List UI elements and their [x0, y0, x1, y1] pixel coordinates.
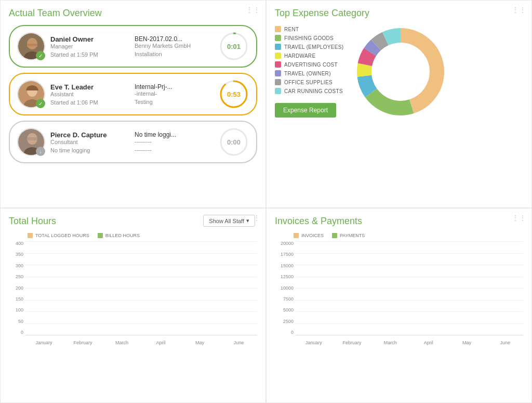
team-card-pierce: ↓ Pierce D. Capture Consultant No time l… — [9, 121, 257, 163]
gridlines-invoices — [296, 241, 523, 335]
member-name-pierce: Pierce D. Capture — [50, 131, 129, 139]
team-info-pierce: Pierce D. Capture Consultant No time log… — [50, 131, 129, 153]
team-info-daniel: Daniel Owner Manager Started at 1:59 PM — [50, 35, 129, 58]
show-all-staff-button[interactable]: Show All Staff ▾ — [203, 215, 255, 227]
bars-hours — [25, 241, 257, 335]
x-label-feb-hours: February — [64, 340, 101, 345]
x-label-may-hours: May — [181, 340, 218, 345]
legend-label-5: TRAVEL (OWNER) — [284, 71, 331, 76]
legend-item-3: HARDWARE — [275, 53, 343, 59]
timer-text-daniel: 0:01 — [227, 43, 241, 50]
legend-dot-logged — [28, 233, 33, 238]
legend-label-0: RENT — [284, 27, 299, 32]
show-all-label: Show All Staff — [209, 218, 244, 224]
top-expense-title: Top Expense Category — [275, 8, 523, 19]
status-badge-daniel: ✓ — [36, 51, 45, 60]
legend-dot-payments — [332, 233, 337, 238]
legend-dot-0 — [275, 26, 281, 32]
project-name-eve: Internal-Prj-... — [135, 83, 214, 90]
team-card-eve: ✓ Eve T. Leader Assistant Started at 1:0… — [9, 73, 257, 115]
expense-report-button[interactable]: Expense Report — [275, 103, 336, 118]
project-company-pierce: --------- — [135, 138, 214, 145]
timer-eve: 0:53 — [219, 79, 249, 109]
legend-label-4: ADVERTISING COST — [284, 62, 338, 68]
invoices-title: Invoices & Payments — [275, 216, 523, 227]
y-axis-hours: 400 350 300 250 200 150 100 50 0 — [9, 241, 25, 335]
team-overview-title: Actual Team Overview — [9, 8, 257, 19]
x-label-jan-inv: January — [296, 340, 332, 345]
legend-item-5: TRAVEL (OWNER) — [275, 70, 343, 76]
invoices-panel: Invoices & Payments ⋮⋮ INVOICES PAYMENTS… — [266, 208, 532, 403]
x-label-may-inv: May — [449, 340, 485, 345]
legend-dot-4 — [275, 61, 281, 68]
team-info-eve: Eve T. Leader Assistant Started at 1:06 … — [50, 83, 129, 106]
drag-handle-team[interactable]: ⋮⋮ — [246, 6, 260, 14]
legend-label-6: OFFICE SUPPLIES — [284, 80, 332, 85]
status-badge-eve: ✓ — [36, 99, 45, 108]
x-label-jan-hours: January — [25, 340, 62, 345]
member-started-eve: Started at 1:06 PM — [50, 99, 129, 106]
legend-label-payments: PAYMENTS — [340, 233, 365, 238]
drag-handle-expense[interactable]: ⋮⋮ — [512, 6, 526, 14]
legend-label-billed: BILLED HOURS — [105, 233, 140, 238]
team-overview-panel: Actual Team Overview ⋮⋮ ✓ Daniel Owner — [0, 0, 266, 208]
member-role-daniel: Manager — [50, 43, 129, 49]
legend-dot-invoices — [294, 233, 299, 238]
y-axis-invoices: 20000 17500 15000 12500 10000 7500 5000 … — [275, 241, 296, 335]
avatar-wrap-eve: ✓ — [17, 80, 45, 108]
x-label-apr-inv: April — [410, 340, 447, 345]
timer-pierce: 0:00 — [219, 127, 249, 157]
svg-point-25 — [376, 47, 425, 97]
legend-payments: PAYMENTS — [332, 233, 365, 238]
member-role-eve: Assistant — [50, 91, 129, 97]
legend-label-3: HARDWARE — [284, 53, 315, 59]
legend-label-invoices: INVOICES — [301, 233, 324, 238]
x-axis-invoices: January February March April May June — [296, 340, 523, 345]
legend-item-2: TRAVEL (EMPLOYEES) — [275, 44, 343, 50]
legend-dot-5 — [275, 70, 281, 76]
top-expense-panel: Top Expense Category ⋮⋮ RENT FINISHING G… — [266, 0, 532, 208]
team-project-pierce: No time loggi... --------- --------- — [135, 131, 214, 153]
legend-item-7: CAR RUNNING COSTS — [275, 88, 343, 94]
legend-item-1: FINISHING GOODS — [275, 35, 343, 41]
total-hours-chart: 400 350 300 250 200 150 100 50 0 — [9, 241, 257, 345]
legend-list: RENT FINISHING GOODS TRAVEL (EMPLOYEES) … — [275, 26, 343, 94]
member-started-pierce: No time logging — [50, 147, 129, 153]
avatar-wrap-pierce: ↓ — [17, 128, 45, 156]
legend-item-4: ADVERTISING COST — [275, 61, 343, 68]
x-label-mar-hours: March — [103, 340, 140, 345]
project-task-daniel: Installation — [135, 51, 214, 57]
member-name-daniel: Daniel Owner — [50, 35, 129, 43]
legend-item-0: RENT — [275, 26, 343, 32]
legend-dot-1 — [275, 35, 281, 41]
x-axis-hours: January February March April May June — [25, 340, 257, 345]
project-company-daniel: Benny Markets GmbH — [135, 43, 214, 49]
total-hours-panel: Total Hours ⋮⋮ Show All Staff ▾ TOTAL LO… — [0, 208, 266, 403]
project-task-eve: Testing — [135, 99, 214, 105]
svg-rect-4 — [27, 44, 37, 46]
svg-rect-15 — [27, 137, 37, 140]
avatar-wrap-daniel: ✓ — [17, 32, 45, 60]
project-company-eve: -internal- — [135, 90, 214, 97]
project-name-daniel: BEN-2017.02.0... — [135, 35, 214, 43]
status-badge-pierce: ↓ — [36, 147, 45, 156]
drag-handle-invoices[interactable]: ⋮⋮ — [512, 214, 526, 222]
member-role-pierce: Consultant — [50, 139, 129, 145]
legend-invoices: INVOICES — [294, 233, 324, 238]
legend-dot-billed — [98, 233, 103, 238]
invoices-chart: 20000 17500 15000 12500 10000 7500 5000 … — [275, 241, 523, 345]
legend-label-7: CAR RUNNING COSTS — [284, 88, 343, 94]
chevron-down-icon: ▾ — [246, 217, 249, 224]
team-project-daniel: BEN-2017.02.0... Benny Markets GmbH Inst… — [135, 35, 214, 57]
x-label-jun-hours: June — [220, 340, 257, 345]
legend-dot-6 — [275, 79, 281, 85]
x-label-feb-inv: February — [334, 340, 370, 345]
project-name-pierce: No time loggi... — [135, 131, 214, 138]
x-label-apr-hours: April — [142, 340, 179, 345]
legend-dot-3 — [275, 53, 281, 59]
invoices-legend: INVOICES PAYMENTS — [275, 233, 523, 238]
timer-daniel: 0:01 — [219, 31, 249, 61]
legend-billed: BILLED HOURS — [98, 233, 140, 238]
x-label-mar-inv: March — [372, 340, 408, 345]
donut-chart — [354, 25, 447, 119]
